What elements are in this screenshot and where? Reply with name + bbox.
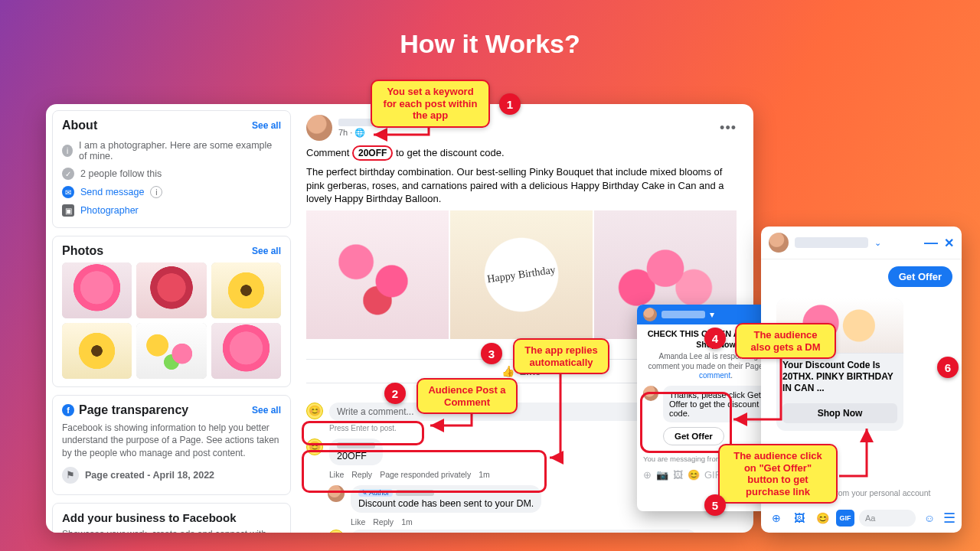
- about-category[interactable]: ▣Photographer: [62, 201, 281, 220]
- messenger-input-row: ⊕ 🖼 😊 GIF Aa ☺ ☰: [767, 510, 956, 527]
- check-icon: ✓: [62, 168, 74, 180]
- minimize-icon[interactable]: —: [924, 235, 938, 251]
- menu-icon[interactable]: ☰: [943, 510, 956, 527]
- photo-thumbnail[interactable]: [136, 262, 206, 318]
- about-followers: ✓2 people follow this: [62, 165, 281, 183]
- dm-page-avatar: [643, 386, 658, 401]
- comment-bubble: 20OFF: [329, 439, 383, 465]
- offer-text: Your Discount Code Is 20THX. PINKY BIRTH…: [776, 354, 903, 400]
- callout-3: The app replies automatically: [513, 338, 609, 374]
- add-business-desc: Showcase your work, create ads and conne…: [62, 529, 281, 533]
- globe-icon: 🌐: [354, 128, 365, 137]
- image-icon[interactable]: 🖼: [790, 510, 808, 527]
- messenger-avatar[interactable]: [769, 233, 789, 253]
- get-offer-button[interactable]: Get Offer: [663, 427, 724, 445]
- photos-grid: [62, 262, 281, 379]
- post-image[interactable]: [450, 210, 593, 339]
- reply-time: 1m: [401, 517, 413, 527]
- plus-icon[interactable]: ⊕: [767, 510, 786, 527]
- step-badge-1: 1: [499, 93, 521, 115]
- photos-heading: PhotosSee all: [62, 244, 281, 258]
- left-sidebar: AboutSee all iI am a photographer. Here …: [52, 110, 291, 533]
- user-avatar: 😊: [328, 530, 345, 533]
- photo-thumbnail[interactable]: [211, 262, 281, 318]
- sticker-icon[interactable]: 😊: [688, 469, 700, 481]
- transparency-see-all[interactable]: See all: [252, 405, 281, 416]
- step-badge-5: 5: [704, 494, 726, 516]
- flag-icon: ⚑: [62, 467, 79, 484]
- messenger-input[interactable]: Aa: [859, 510, 916, 527]
- post-body: The perfect birthday combination. Our be…: [306, 165, 737, 206]
- post-keyword-line: Comment 20OFF to get the discount code.: [306, 145, 737, 161]
- author-badge: ✎ Author: [358, 489, 393, 497]
- info-icon: i: [62, 145, 73, 157]
- info-icon: i: [150, 186, 162, 198]
- about-heading: AboutSee all: [62, 119, 281, 132]
- transparency-heading: fPage transparencySee all: [62, 403, 281, 417]
- like-action[interactable]: Like: [329, 470, 344, 479]
- transparency-card: fPage transparencySee all Facebook is sh…: [52, 395, 291, 495]
- emoji-icon[interactable]: ☺: [920, 510, 939, 527]
- transparency-desc: Facebook is showing information to help …: [62, 422, 281, 459]
- callout-1: You set a keyword for each post within t…: [371, 80, 490, 128]
- page-title: How it Works?: [0, 0, 980, 59]
- responded-privately: Page responded privately: [380, 470, 471, 479]
- plus-icon[interactable]: ⊕: [643, 469, 652, 481]
- page-created: ⚑Page created - April 18, 2022: [62, 464, 281, 487]
- messenger-icon: ✉: [62, 186, 74, 198]
- add-business-card: Add your business to Facebook Showcase y…: [52, 503, 291, 533]
- comment-time: 1m: [479, 470, 490, 479]
- post-timestamp: 7h · 🌐: [338, 128, 384, 138]
- image-icon[interactable]: 🖼: [673, 469, 683, 481]
- callout-2: Audience Post a Comment: [416, 378, 518, 414]
- camera-icon[interactable]: 📷: [656, 469, 668, 481]
- photos-see-all[interactable]: See all: [252, 246, 281, 256]
- emoji-icon[interactable]: ☺: [703, 532, 715, 533]
- reply-actions: LikeReply1m: [351, 517, 737, 527]
- folder-icon: ▣: [62, 204, 74, 217]
- keyword-highlight: 20OFF: [352, 145, 393, 161]
- photo-thumbnail[interactable]: [136, 323, 206, 379]
- get-offer-pill[interactable]: Get Offer: [888, 266, 952, 287]
- post-image[interactable]: [306, 210, 449, 339]
- add-business-heading: Add your business to Facebook: [62, 511, 281, 524]
- reply-input[interactable]: Reply to Martin Shum...: [351, 530, 697, 533]
- callout-4: The audience also gets a DM: [735, 323, 836, 359]
- step-badge-2: 2: [384, 383, 406, 404]
- messenger-header: ⌄ — ✕: [761, 227, 962, 259]
- photo-thumbnail[interactable]: [211, 323, 281, 379]
- facebook-icon: f: [62, 404, 74, 416]
- photo-thumbnail[interactable]: [62, 323, 132, 379]
- like-action[interactable]: Like: [351, 517, 365, 527]
- about-send-message[interactable]: ✉Send messagei: [62, 183, 281, 201]
- step-badge-4: 4: [704, 328, 726, 349]
- sticker-icon[interactable]: 😊: [813, 510, 831, 527]
- about-card: AboutSee all iI am a photographer. Here …: [52, 110, 291, 228]
- page-avatar[interactable]: [306, 115, 332, 141]
- dm-name-placeholder: [662, 311, 705, 318]
- user-avatar: 😊: [306, 403, 323, 419]
- reply-composer[interactable]: 😊 Reply to Martin Shum... ☺ 📷: [328, 527, 737, 533]
- messenger-name-placeholder: [795, 237, 868, 248]
- gif-icon[interactable]: GIF: [836, 510, 854, 527]
- post-menu-button[interactable]: •••: [720, 120, 737, 136]
- step-badge-6: 6: [937, 357, 959, 378]
- about-see-all[interactable]: See all: [252, 120, 281, 131]
- offer-card: Your Discount Code Is 20THX. PINKY BIRTH…: [776, 298, 903, 431]
- photo-thumbnail[interactable]: [62, 262, 132, 318]
- shop-now-button[interactable]: Shop Now: [782, 403, 897, 423]
- page-avatar-small: [328, 485, 345, 502]
- dm-message-bubble: Thanks, please click Get Offer to get th…: [663, 386, 770, 422]
- callout-5: The audience click on "Get Offer" button…: [718, 444, 838, 504]
- chevron-down-icon[interactable]: ⌄: [874, 238, 881, 248]
- camera-icon[interactable]: 📷: [721, 531, 737, 533]
- page-reply-bubble: ✎ Author Discount code has been sent to …: [351, 485, 541, 513]
- reply-action[interactable]: Reply: [351, 470, 372, 479]
- photos-card: PhotosSee all: [52, 236, 291, 387]
- commenter-avatar: 😊: [306, 439, 323, 455]
- about-bio: iI am a photographer. Here are some exam…: [62, 137, 281, 165]
- dm-avatar: [643, 308, 657, 321]
- chevron-down-icon[interactable]: ▾: [710, 309, 714, 320]
- reply-action[interactable]: Reply: [373, 517, 394, 527]
- close-icon[interactable]: ✕: [944, 236, 954, 250]
